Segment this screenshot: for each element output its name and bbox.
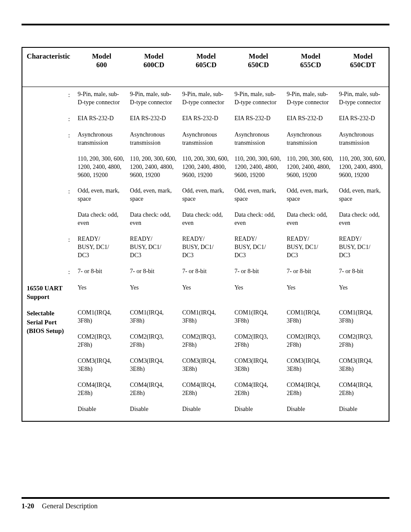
cell: READY/ BUSY, DC1/ DC3 bbox=[336, 232, 389, 264]
cell: COM1(IRQ4, 3F8h) bbox=[128, 305, 180, 330]
row-label: : bbox=[22, 184, 75, 208]
cell: 110, 200, 300, 600, 1200, 2400, 4800, 96… bbox=[75, 152, 127, 184]
table-row: Data check: odd, even Data check: odd, e… bbox=[22, 208, 389, 232]
cell: 7- or 8-bit bbox=[232, 264, 284, 280]
table-row: 16550 UART Support Yes Yes Yes Yes Yes Y… bbox=[22, 280, 389, 306]
cell: EIA RS-232-D bbox=[284, 111, 336, 128]
footer-text: 1-20 General Description bbox=[22, 502, 389, 510]
cell: COM4(IRQ4, 2E8h) bbox=[336, 378, 389, 402]
row-label-serial-port: Selectable Serial Port (BIOS Setup) bbox=[22, 305, 75, 421]
row-label-uart: 16550 UART Support bbox=[22, 280, 75, 306]
cell: COM1(IRQ4, 3F8h) bbox=[284, 305, 336, 330]
cell: Asynchronous transmission bbox=[284, 128, 336, 152]
col-sublabel: 600CD bbox=[143, 61, 165, 69]
cell: COM2(IRQ3, 2F8h) bbox=[128, 330, 180, 354]
cell: 9-Pin, male, sub-D-type connector bbox=[128, 87, 180, 111]
cell: COM2(IRQ3, 2F8h) bbox=[232, 330, 284, 354]
table-row: : READY/ BUSY, DC1/ DC3 READY/ BUSY, DC1… bbox=[22, 232, 389, 264]
cell: Data check: odd, even bbox=[128, 208, 180, 232]
cell: Odd, even, mark, space bbox=[180, 184, 232, 208]
col-sublabel: 655CD bbox=[300, 61, 321, 69]
cell: COM4(IRQ4, 2E8h) bbox=[232, 378, 284, 402]
col-label: Model bbox=[196, 52, 216, 60]
cell: Disable bbox=[336, 402, 389, 422]
table-row: : 7- or 8-bit 7- or 8-bit 7- or 8-bit 7-… bbox=[22, 264, 389, 280]
cell: Odd, even, mark, space bbox=[284, 184, 336, 208]
col-sublabel: 650CDT bbox=[350, 61, 376, 69]
cell: COM3(IRQ4, 3E8h) bbox=[336, 354, 389, 378]
cell: Asynchronous transmission bbox=[75, 128, 127, 152]
page-number: 1-20 bbox=[22, 502, 34, 510]
cell: 7- or 8-bit bbox=[128, 264, 180, 280]
page-footer: 1-20 General Description bbox=[22, 497, 389, 510]
col-sublabel: 605CD bbox=[196, 61, 217, 69]
cell: Yes bbox=[336, 280, 389, 306]
col-label: Model bbox=[92, 52, 112, 60]
col-label: Model bbox=[144, 52, 164, 60]
cell: Yes bbox=[128, 280, 180, 306]
cell: Disable bbox=[75, 402, 127, 422]
cell: 110, 200, 300, 600, 1200, 2400, 4800, 96… bbox=[128, 152, 180, 184]
cell: COM4(IRQ4, 2E8h) bbox=[128, 378, 180, 402]
table-row: Disable Disable Disable Disable Disable … bbox=[22, 402, 389, 422]
cell: 110, 200, 300, 600, 1200, 2400, 4800, 96… bbox=[284, 152, 336, 184]
col-model-655cd: Model655CD bbox=[284, 47, 336, 87]
cell: Disable bbox=[232, 402, 284, 422]
cell: 9-Pin, male, sub-D-type connector bbox=[180, 87, 232, 111]
col-sublabel: 650CD bbox=[248, 61, 269, 69]
table-row: : EIA RS-232-D EIA RS-232-D EIA RS-232-D… bbox=[22, 111, 389, 128]
cell: Odd, even, mark, space bbox=[232, 184, 284, 208]
cell: 9-Pin, male, sub-D-type connector bbox=[284, 87, 336, 111]
cell: COM2(IRQ3, 2F8h) bbox=[336, 330, 389, 354]
table-row: COM2(IRQ3, 2F8h) COM2(IRQ3, 2F8h) COM2(I… bbox=[22, 330, 389, 354]
cell: READY/ BUSY, DC1/ DC3 bbox=[284, 232, 336, 264]
row-label: : bbox=[22, 264, 75, 280]
cell: COM3(IRQ4, 3E8h) bbox=[180, 354, 232, 378]
footer-rule bbox=[22, 497, 389, 499]
cell: COM2(IRQ3, 2F8h) bbox=[284, 330, 336, 354]
cell: COM1(IRQ4, 3F8h) bbox=[180, 305, 232, 330]
col-label: Model bbox=[249, 52, 268, 60]
table-row: : Asynchronous transmission Asynchronous… bbox=[22, 128, 389, 152]
col-characteristic: Characteristic bbox=[22, 47, 75, 87]
col-model-600cd: Model600CD bbox=[128, 47, 180, 87]
cell: Data check: odd, even bbox=[180, 208, 232, 232]
cell: Yes bbox=[232, 280, 284, 306]
cell: Odd, even, mark, space bbox=[336, 184, 389, 208]
cell: Data check: odd, even bbox=[336, 208, 389, 232]
cell: COM3(IRQ4, 3E8h) bbox=[128, 354, 180, 378]
cell: 110, 200, 300, 600, 1200, 2400, 4800, 96… bbox=[336, 152, 389, 184]
table-row: : 9-Pin, male, sub-D-type connector 9-Pi… bbox=[22, 87, 389, 111]
table-row: 110, 200, 300, 600, 1200, 2400, 4800, 96… bbox=[22, 152, 389, 184]
cell: Odd, even, mark, space bbox=[128, 184, 180, 208]
cell: Yes bbox=[180, 280, 232, 306]
cell: READY/ BUSY, DC1/ DC3 bbox=[75, 232, 127, 264]
col-model-605cd: Model605CD bbox=[180, 47, 232, 87]
cell: COM3(IRQ4, 3E8h) bbox=[75, 354, 127, 378]
col-label: Model bbox=[353, 52, 373, 60]
row-label bbox=[22, 152, 75, 184]
table-row: Selectable Serial Port (BIOS Setup) COM1… bbox=[22, 305, 389, 330]
cell: EIA RS-232-D bbox=[75, 111, 127, 128]
section-title: General Description bbox=[42, 502, 97, 510]
cell: COM3(IRQ4, 3E8h) bbox=[284, 354, 336, 378]
cell: Disable bbox=[128, 402, 180, 422]
cell: Asynchronous transmission bbox=[128, 128, 180, 152]
cell: COM1(IRQ4, 3F8h) bbox=[232, 305, 284, 330]
cell: COM2(IRQ3, 2F8h) bbox=[75, 330, 127, 354]
cell: COM4(IRQ4, 2E8h) bbox=[284, 378, 336, 402]
cell: 9-Pin, male, sub-D-type connector bbox=[75, 87, 127, 111]
row-label bbox=[22, 208, 75, 232]
col-model-600: Model600 bbox=[75, 47, 127, 87]
cell: Asynchronous transmission bbox=[180, 128, 232, 152]
cell: Asynchronous transmission bbox=[232, 128, 284, 152]
table-row: COM3(IRQ4, 3E8h) COM3(IRQ4, 3E8h) COM3(I… bbox=[22, 354, 389, 378]
cell: READY/ BUSY, DC1/ DC3 bbox=[180, 232, 232, 264]
row-label: : bbox=[22, 111, 75, 128]
cell: Disable bbox=[180, 402, 232, 422]
row-label: : bbox=[22, 232, 75, 264]
cell: 7- or 8-bit bbox=[284, 264, 336, 280]
cell: Yes bbox=[75, 280, 127, 306]
table-row: COM4(IRQ4, 2E8h) COM4(IRQ4, 2E8h) COM4(I… bbox=[22, 378, 389, 402]
cell: 9-Pin, male, sub-D-type connector bbox=[336, 87, 389, 111]
